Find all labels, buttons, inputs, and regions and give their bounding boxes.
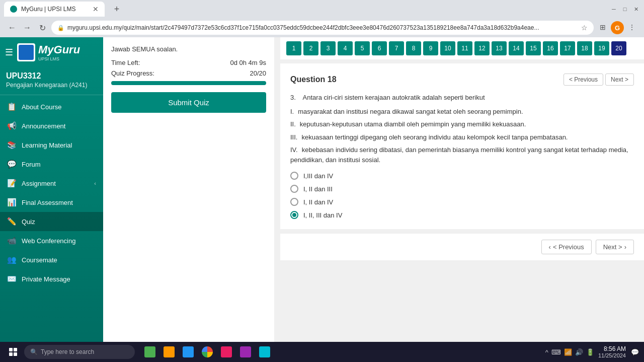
browser-window: MyGuru | UPSI LMS ✕ + ─ □ ✕ ← → ↻ 🔒 mygu… bbox=[0, 0, 644, 345]
start-button[interactable] bbox=[4, 343, 22, 345]
option-2[interactable]: I, II dan IV bbox=[290, 198, 634, 206]
progress-value: 20/20 bbox=[250, 69, 266, 77]
question-item-0: I.masyarakat dan institusi negara dikawa… bbox=[290, 107, 634, 117]
question-card: Question 18 < Previous Next > 3. Antara … bbox=[280, 63, 644, 229]
bookmark-icon[interactable]: ☆ bbox=[581, 24, 588, 32]
nav-icon-7: 📹 bbox=[7, 236, 17, 245]
question-title: Question 18 bbox=[290, 75, 337, 84]
taskbar-apps bbox=[141, 343, 274, 345]
question-number-14[interactable]: 14 bbox=[509, 41, 524, 55]
footer-prev-button[interactable]: ‹ < Previous bbox=[541, 240, 592, 254]
next-chevron-icon: › bbox=[624, 243, 626, 251]
new-tab-button[interactable]: + bbox=[111, 3, 123, 15]
sidebar-item-web-conferencing[interactable]: 📹 Web Conferencing bbox=[0, 231, 103, 250]
title-bar: MyGuru | UPSI LMS ✕ + ─ □ ✕ bbox=[0, 0, 644, 18]
question-number-20[interactable]: 20 bbox=[611, 41, 626, 55]
taskbar-app-1[interactable] bbox=[141, 343, 159, 345]
submit-quiz-button[interactable]: Submit Quiz bbox=[111, 92, 266, 113]
logo-image bbox=[17, 43, 35, 61]
nav-label-7: Web Conferencing bbox=[22, 237, 75, 245]
taskbar-app-5[interactable] bbox=[236, 343, 255, 345]
question-number-12[interactable]: 12 bbox=[474, 41, 490, 55]
question-number-5[interactable]: 5 bbox=[355, 41, 370, 55]
question-main-text: Antara ciri-ciri sistem kerajaan autokra… bbox=[303, 94, 485, 101]
roman-2: III. bbox=[290, 133, 297, 141]
extensions-icon[interactable]: ⊞ bbox=[597, 21, 609, 33]
option-0[interactable]: I,III dan IV bbox=[290, 172, 634, 180]
taskbar-app-2[interactable] bbox=[160, 343, 178, 345]
sidebar-item-final-assessment[interactable]: 📊 Final Assessment bbox=[0, 193, 103, 212]
nav-label-3: Forum bbox=[22, 161, 41, 168]
option-3[interactable]: I, II, III dan IV bbox=[290, 211, 634, 219]
nav-arrow-icon: ‹ bbox=[94, 180, 96, 186]
profile-button[interactable]: G bbox=[611, 21, 624, 34]
question-number-8[interactable]: 8 bbox=[406, 41, 421, 55]
minimize-button[interactable]: ─ bbox=[610, 5, 618, 13]
question-number-15[interactable]: 15 bbox=[526, 41, 541, 55]
question-number-3[interactable]: 3 bbox=[320, 41, 336, 55]
taskbar-app-4[interactable] bbox=[217, 343, 235, 345]
question-number-13[interactable]: 13 bbox=[492, 41, 507, 55]
toolbar-icons: ⊞ G ⋮ bbox=[597, 21, 638, 34]
menu-icon[interactable]: ⋮ bbox=[626, 21, 638, 33]
taskbar-app-6[interactable] bbox=[256, 343, 274, 345]
nav-label-8: Coursemate bbox=[22, 256, 57, 264]
tab-title: MyGuru | UPSI LMS bbox=[21, 6, 75, 13]
question-number-4[interactable]: 4 bbox=[338, 41, 353, 55]
forward-button[interactable]: → bbox=[21, 22, 33, 34]
sidebar-item-quiz[interactable]: ✏️ Quiz bbox=[0, 212, 103, 231]
question-next-button[interactable]: Next > bbox=[605, 74, 634, 86]
question-number-10[interactable]: 10 bbox=[440, 41, 455, 55]
question-number-17[interactable]: 17 bbox=[560, 41, 575, 55]
question-number-1[interactable]: 1 bbox=[286, 41, 301, 55]
question-item-2: III.kekuasaan tertinggi dipegang oleh se… bbox=[290, 132, 634, 142]
nav-icon-3: 💬 bbox=[7, 160, 17, 169]
question-number-9[interactable]: 9 bbox=[423, 41, 438, 55]
nav-icon-2: 📚 bbox=[7, 140, 17, 150]
quiz-panel: Jawab SEMUA soalan. Time Left: 0d 0h 4m … bbox=[103, 37, 274, 345]
question-number-2[interactable]: 2 bbox=[303, 41, 318, 55]
sidebar-item-forum[interactable]: 💬 Forum bbox=[0, 155, 103, 174]
question-number-7[interactable]: 7 bbox=[389, 41, 404, 55]
browser-tab[interactable]: MyGuru | UPSI LMS ✕ bbox=[4, 2, 105, 17]
question-number-6[interactable]: 6 bbox=[372, 41, 387, 55]
question-number-16[interactable]: 16 bbox=[543, 41, 558, 55]
question-prev-button[interactable]: < Previous bbox=[564, 74, 603, 86]
maximize-button[interactable]: □ bbox=[621, 5, 629, 13]
question-number-18[interactable]: 18 bbox=[577, 41, 592, 55]
sidebar-item-learning-material[interactable]: 📚 Learning Material bbox=[0, 135, 103, 155]
question-number-11[interactable]: 11 bbox=[457, 41, 472, 55]
sidebar-header: ☰ MyGuru UPSI LMS bbox=[0, 37, 103, 67]
time-label: Time Left: bbox=[111, 59, 140, 66]
taskbar-app-3[interactable] bbox=[179, 343, 197, 345]
question-number-label: 3. Antara ciri-ciri sistem kerajaan auto… bbox=[290, 93, 634, 103]
nav-icon-8: 👥 bbox=[7, 255, 17, 264]
sidebar-item-coursemate[interactable]: 👥 Coursemate bbox=[0, 250, 103, 269]
refresh-button[interactable]: ↻ bbox=[36, 22, 48, 34]
footer-prev-label: < Previous bbox=[553, 243, 584, 251]
question-number-19[interactable]: 19 bbox=[594, 41, 609, 55]
sidebar-item-assignment[interactable]: 📝 Assignment ‹ bbox=[0, 174, 103, 193]
progress-bar-container bbox=[111, 81, 266, 85]
hamburger-icon[interactable]: ☰ bbox=[5, 47, 13, 58]
taskbar-app-chrome[interactable] bbox=[198, 343, 216, 345]
option-1[interactable]: I, II dan III bbox=[290, 185, 634, 193]
option-label-2: I, II dan IV bbox=[303, 198, 333, 206]
radio-circle-2 bbox=[290, 198, 298, 206]
back-button[interactable]: ← bbox=[6, 22, 18, 34]
roman-0: I. bbox=[290, 108, 294, 115]
nav-label-2: Learning Material bbox=[22, 141, 72, 149]
radio-circle-3 bbox=[290, 211, 298, 219]
url-input[interactable]: 🔒 myguru.upsi.edu.my/quiz/main/start/2c4… bbox=[51, 21, 594, 35]
sidebar-item-announcement[interactable]: 📢 Announcement bbox=[0, 116, 103, 135]
footer-next-button[interactable]: Next > › bbox=[596, 240, 634, 254]
sidebar-item-about-course[interactable]: 📋 About Course bbox=[0, 97, 103, 116]
tab-close-button[interactable]: ✕ bbox=[93, 5, 99, 13]
quiz-instruction: Jawab SEMUA soalan. bbox=[111, 45, 266, 53]
close-button[interactable]: ✕ bbox=[632, 5, 640, 13]
sidebar-item-private-message[interactable]: ✉️ Private Message bbox=[0, 269, 103, 288]
time-row: Time Left: 0d 0h 4m 9s bbox=[111, 59, 266, 66]
nav-icon-4: 📝 bbox=[7, 179, 17, 188]
roman-3: IV. bbox=[290, 146, 298, 154]
time-value: 0d 0h 4m 9s bbox=[230, 59, 266, 66]
